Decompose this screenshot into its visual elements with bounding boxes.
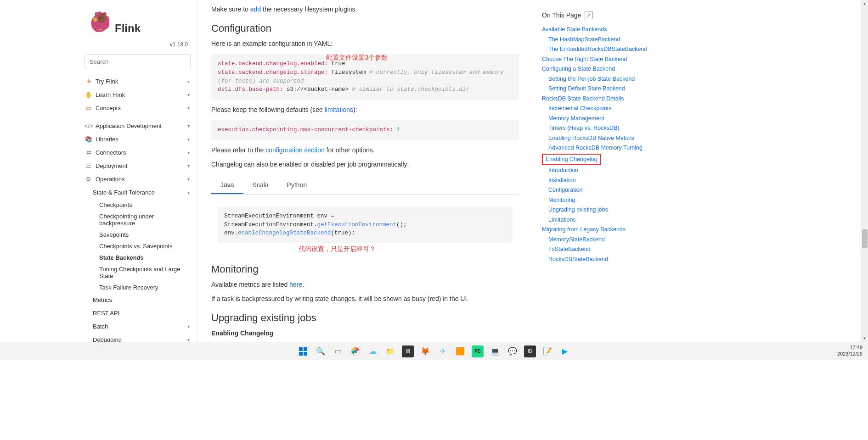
toc-link[interactable]: Configuring a State Backend	[542, 64, 687, 74]
task-view-icon[interactable]: ▭	[332, 345, 344, 357]
nav-learn-flink[interactable]: ✋Learn Flink▾	[78, 88, 197, 101]
nav-savepoints[interactable]: Savepoints	[99, 229, 197, 240]
firefox-icon[interactable]: 🦊	[419, 345, 431, 357]
toc-link[interactable]: Setting Default State Backend	[542, 84, 687, 94]
toc-link[interactable]: FsStateBackend	[542, 245, 687, 255]
plane-icon: ✈	[85, 78, 92, 85]
wechat-icon[interactable]: 💬	[507, 345, 519, 357]
chevron-down-icon: ▾	[187, 163, 190, 168]
chevron-down-icon: ▾	[187, 177, 190, 182]
nav-deployment[interactable]: ☰Deployment▾	[78, 159, 197, 173]
taskbar: 🔍 ▭ ☁ 📁 团 🦊 ✈ 🟧 PC 💻 💬 ID 📝 ▶ 17:49 2023…	[0, 342, 868, 360]
nav-app-dev[interactable]: </>Application Development▾	[78, 119, 197, 133]
toc-link[interactable]: Introduction	[542, 166, 687, 176]
app-icon-5[interactable]: 💻	[489, 345, 501, 357]
annotation-1: 配置文件设置3个参数	[326, 54, 388, 63]
nav-cp-vs-sp[interactable]: Checkpoints vs. Savepoints	[99, 240, 197, 252]
yaml-config-code: 配置文件设置3个参数 state.backend.changelog.enabl…	[211, 54, 519, 100]
file-explorer-icon[interactable]: 📁	[384, 345, 396, 357]
chrome-icon[interactable]	[349, 345, 361, 357]
search-icon[interactable]: 🔍	[315, 345, 327, 357]
here-link[interactable]: here	[289, 281, 302, 288]
nav-metrics[interactable]: Metrics	[93, 293, 197, 306]
scrollbar[interactable]: ▲ ▼	[861, 0, 868, 342]
toc-link[interactable]: Monitoring	[542, 195, 687, 206]
toc-link[interactable]: Configuration	[542, 185, 687, 195]
app-icon-4[interactable]: 🟧	[454, 345, 466, 357]
scroll-up-icon[interactable]: ▲	[861, 0, 868, 7]
scroll-thumb[interactable]	[862, 229, 868, 248]
toc-link[interactable]: Advanced RocksDB Memory Turning	[542, 143, 687, 153]
toc-link[interactable]: The HashMapStateBackend	[542, 35, 687, 45]
toc-link[interactable]: RocksDBStateBackend	[542, 255, 687, 265]
nav-checkpoints[interactable]: Checkpoints	[99, 199, 197, 211]
code-tabs: Java Scala Python	[211, 177, 519, 195]
toc-link[interactable]: The EmbeddedRocksDBStateBackend	[542, 45, 687, 55]
nav-connectors[interactable]: ⇄Connectors▾	[78, 146, 197, 159]
tab-content-java: StreamExecutionEnvironment env = StreamE…	[211, 195, 519, 255]
toc-link[interactable]: Installation	[542, 176, 687, 186]
toc-link[interactable]: Enabling RocksDB Native Metrics	[542, 134, 687, 144]
configuration-heading: Configuration	[211, 22, 519, 34]
toc-link[interactable]: Available State Backends	[542, 25, 687, 35]
toc-link[interactable]: Timers (Heap vs. RocksDB)	[542, 123, 687, 134]
toc-link[interactable]: Enabling Changelog	[546, 156, 597, 162]
app-icon-8[interactable]: ▶	[559, 345, 571, 357]
pin-icon[interactable]: ⤢	[585, 11, 593, 19]
book-icon: ▭	[85, 105, 92, 111]
toc-title: On This Page ⤢	[542, 11, 687, 19]
pycharm-icon[interactable]: PC	[472, 345, 484, 357]
chevron-down-icon: ▾	[187, 92, 190, 97]
nav: ✈Try Flink▾ ✋Learn Flink▾ ▭Concepts▾ </>…	[78, 75, 197, 342]
app-icon-6[interactable]: ID	[524, 345, 536, 357]
windows-start-icon[interactable]	[297, 345, 309, 357]
config-section-link[interactable]: configuration section	[265, 146, 324, 154]
logo-area: Flink	[78, 9, 197, 39]
tab-scala[interactable]: Scala	[243, 177, 278, 194]
toc-link[interactable]: Setting the Per-job State Backend	[542, 74, 687, 84]
nav-state-backends[interactable]: State Backends	[99, 252, 197, 263]
nav-libraries[interactable]: 📚Libraries▾	[78, 133, 197, 146]
sidebar: Flink v1.18.0 ✈Try Flink▾ ✋Learn Flink▾ …	[78, 0, 197, 342]
svg-rect-1	[299, 347, 303, 351]
app-icon-7[interactable]: 📝	[541, 345, 553, 357]
nav-tuning[interactable]: Tuning Checkpoints and Large State	[99, 263, 197, 282]
upgrading-heading: Upgrading existing jobs	[211, 312, 519, 324]
scroll-down-icon[interactable]: ▼	[861, 334, 868, 342]
nav-try-flink[interactable]: ✈Try Flink▾	[78, 75, 197, 88]
search-input[interactable]	[85, 54, 191, 69]
logo[interactable]: Flink	[87, 9, 188, 35]
add-link[interactable]: add	[250, 6, 261, 13]
limitations-link[interactable]: limitations	[325, 106, 353, 113]
nav-debugging[interactable]: Debugging▾	[93, 333, 197, 342]
toc-link[interactable]: Memory Management	[542, 114, 687, 124]
refer-text: Please refer to the configuration sectio…	[211, 145, 519, 155]
app-icon-3[interactable]: ✈	[437, 345, 449, 357]
nav-state-fault[interactable]: State & Fault Tolerance▾	[93, 186, 197, 199]
books-icon: 📚	[85, 136, 92, 143]
app-icon-2[interactable]: 团	[402, 345, 414, 357]
toc-link[interactable]: Limitations	[542, 215, 687, 225]
table-of-contents: On This Page ⤢ Available State BackendsT…	[533, 0, 696, 342]
nav-task-failure[interactable]: Task Failure Recovery	[99, 282, 197, 293]
toc-link[interactable]: Choose The Right State Backend	[542, 55, 687, 65]
toc-link[interactable]: MemoryStateBackend	[542, 235, 687, 245]
metrics-text: Available metrics are listed here.	[211, 280, 519, 290]
brand-name: Flink	[115, 22, 141, 35]
nav-checkpointing-bp[interactable]: Checkpointing under backpressure	[99, 211, 197, 229]
tab-python[interactable]: Python	[278, 177, 316, 194]
monitoring-heading: Monitoring	[211, 263, 519, 275]
chevron-down-icon: ▾	[187, 106, 190, 111]
nav-concepts[interactable]: ▭Concepts▾	[78, 101, 197, 115]
toc-link[interactable]: Migrating from Legacy Backends	[542, 225, 687, 235]
clock[interactable]: 17:49 2023/12/26	[837, 344, 862, 357]
prog-text: Changelog can also be enabled or disable…	[211, 160, 519, 169]
nav-batch[interactable]: Batch▾	[93, 320, 197, 333]
toc-link[interactable]: Upgrading existing jobs	[542, 205, 687, 215]
toc-link[interactable]: Incremental Checkpoints	[542, 104, 687, 114]
toc-link[interactable]: RocksDB State Backend Details	[542, 94, 687, 104]
tab-java[interactable]: Java	[211, 177, 243, 194]
nav-rest-api[interactable]: REST API	[93, 306, 197, 320]
app-icon-1[interactable]: ☁	[367, 345, 379, 357]
nav-operations[interactable]: ⚙Operations▾	[78, 173, 197, 186]
